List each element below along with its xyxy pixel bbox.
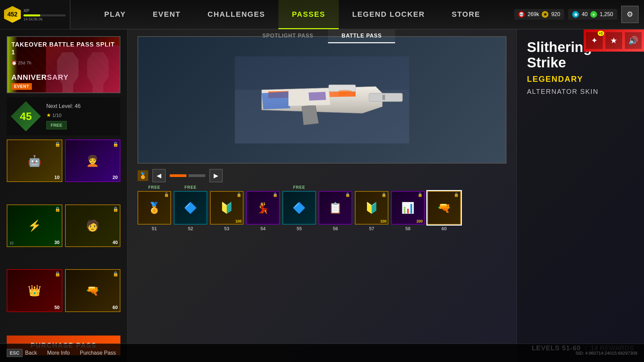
diamond-level-badge: 45 bbox=[11, 101, 41, 131]
reward-level-6: 60 bbox=[112, 305, 118, 310]
reward-card-52[interactable]: 🔷 bbox=[174, 191, 207, 225]
reward-card-58[interactable]: 📊 🔒 200 bbox=[391, 191, 425, 225]
event-badge: EVENT bbox=[11, 83, 32, 89]
reward-item-52: FREE 🔷 52 bbox=[174, 185, 207, 231]
nav-store[interactable]: STORE bbox=[438, 0, 494, 29]
battle-pass-banner[interactable]: TAKEOVER BATTLE PASS SPLIT 1 ⏰ 25d 7h AN… bbox=[7, 36, 120, 93]
reward-icon-3: ⚡ bbox=[7, 205, 62, 246]
carousel-nav: 🏅 ◀ ▶ bbox=[138, 169, 506, 182]
lock-icon-1: 🔒 bbox=[55, 141, 60, 147]
reward-icon-4: 🧑 bbox=[66, 205, 120, 246]
reward-icon-6: 🔫 bbox=[66, 270, 120, 311]
bottom-bar: ESC Back More Info Purchase Pass SID: 4:… bbox=[0, 344, 644, 362]
next-level: Next Level: 46 bbox=[46, 103, 116, 109]
reward-grid: 🤖 🔒 10 🧑‍🦱 🔒 20 ⚡ 🔒 30 10 🧑 🔒 40 bbox=[7, 139, 120, 331]
badge-57: 100 bbox=[380, 219, 386, 223]
reward-icon-1: 🤖 bbox=[7, 140, 62, 181]
legend-icon: ● bbox=[590, 11, 597, 18]
lock-54: 🔒 bbox=[273, 192, 278, 197]
level-58: 58 bbox=[405, 226, 411, 231]
notif-icon-3[interactable]: 🔊 bbox=[625, 32, 642, 49]
reward-cell-1[interactable]: 🤖 🔒 10 bbox=[7, 139, 62, 182]
sub-tabs: SPOTLIGHT PASS BATTLE PASS bbox=[249, 29, 395, 43]
reward-cell-4[interactable]: 🧑 🔒 40 bbox=[65, 204, 121, 247]
notif-badge: +1 bbox=[598, 31, 604, 36]
pass-icon: 🏅 bbox=[138, 170, 148, 181]
nav-legend-locker[interactable]: LEGEND LOCKER bbox=[339, 0, 438, 29]
lock-58: 🔒 bbox=[418, 192, 423, 197]
reward-item-58: FREE 📊 🔒 200 58 bbox=[391, 185, 425, 231]
reward-card-55[interactable]: 🔷 bbox=[282, 191, 316, 225]
banner-characters bbox=[46, 46, 120, 93]
level-57: 57 bbox=[369, 226, 374, 231]
reward-cell-3[interactable]: ⚡ 🔒 30 10 bbox=[7, 204, 62, 247]
center-panel: 🏅 ◀ ▶ FREE 🏅 🔓 51 bbox=[127, 29, 517, 362]
reward-cell-5[interactable]: 👑 🔒 50 bbox=[7, 269, 62, 312]
reward-icon-2: 🧑‍🦱 bbox=[66, 140, 120, 181]
reward-level-4: 40 bbox=[112, 240, 118, 245]
xp-label: XP bbox=[23, 8, 66, 13]
progress-dot-1 bbox=[170, 174, 186, 177]
reward-card-57[interactable]: 🔰 🔒 100 bbox=[355, 191, 388, 225]
purchase-pass-bottom-button[interactable]: Purchase Pass bbox=[80, 350, 116, 356]
svg-rect-3 bbox=[382, 95, 385, 100]
main-content: TAKEOVER BATTLE PASS SPLIT 1 ⏰ 25d 7h AN… bbox=[0, 29, 644, 362]
xp-bar bbox=[23, 14, 40, 16]
reward-item-56: FREE 📋 🔒 56 bbox=[319, 185, 352, 231]
reward-card-56[interactable]: 📋 🔒 bbox=[319, 191, 352, 225]
right-panel: Slithering Strike LEGENDARY ALTERNATOR S… bbox=[517, 29, 644, 362]
level-54: 54 bbox=[260, 226, 266, 231]
reward-cell-2[interactable]: 🧑‍🦱 🔒 20 bbox=[65, 139, 121, 182]
stars-row: ★ 1/10 bbox=[46, 112, 116, 118]
reward-item-60: FREE 🔫 🔒 60 bbox=[427, 185, 461, 231]
reward-card-60[interactable]: 🔫 🔒 bbox=[427, 191, 461, 225]
progress-dot-2 bbox=[189, 174, 205, 177]
top-navigation: 452 XP 14.5k/36.0k PLAY EVENT CHALLENGES… bbox=[0, 0, 644, 29]
more-info-button[interactable]: More Info bbox=[47, 350, 70, 356]
settings-button[interactable]: ⚙ bbox=[621, 6, 639, 23]
reward-num-3: 10 bbox=[9, 241, 13, 245]
reward-row: FREE 🏅 🔓 51 FREE 🔷 52 F bbox=[138, 185, 506, 231]
nav-play[interactable]: PLAY bbox=[91, 0, 140, 29]
reward-level-3: 30 bbox=[54, 240, 60, 245]
nav-event[interactable]: EVENT bbox=[139, 0, 194, 29]
level-badge: 452 bbox=[4, 6, 21, 23]
tab-battle[interactable]: BATTLE PASS bbox=[328, 29, 395, 43]
back-label: Back bbox=[25, 350, 37, 356]
level-55: 55 bbox=[297, 226, 302, 231]
gun-svg bbox=[235, 56, 409, 143]
reward-item-55: FREE 🔷 55 bbox=[282, 185, 316, 231]
reward-item-51: FREE 🏅 🔓 51 bbox=[138, 185, 171, 231]
notif-icon-1[interactable]: ✦ +1 bbox=[586, 32, 603, 49]
reward-card-51[interactable]: 🏅 🔓 bbox=[138, 191, 171, 225]
nav-passes[interactable]: PASSES bbox=[278, 0, 339, 29]
lock-icon-5: 🔒 bbox=[55, 271, 60, 277]
lock-icon-4: 🔒 bbox=[113, 206, 118, 212]
reward-icon-5: 👑 bbox=[7, 270, 62, 311]
lock-icon-6: 🔒 bbox=[113, 271, 118, 277]
lock-icon-2: 🔒 bbox=[113, 141, 118, 147]
lock-51: 🔓 bbox=[164, 192, 169, 197]
nav-challenges[interactable]: CHALLENGES bbox=[194, 0, 279, 29]
level-51: 51 bbox=[152, 226, 157, 231]
reward-level-2: 20 bbox=[112, 175, 118, 180]
free-badge: FREE bbox=[46, 121, 67, 129]
back-button[interactable]: ESC Back bbox=[7, 349, 37, 357]
carousel-prev[interactable]: ◀ bbox=[152, 169, 166, 182]
coin-icon: ★ bbox=[542, 11, 548, 18]
badge-53: 100 bbox=[235, 219, 241, 223]
reward-card-53[interactable]: 🔰 🔒 100 bbox=[210, 191, 244, 225]
reward-carousel: 🏅 ◀ ▶ FREE 🏅 🔓 51 bbox=[138, 169, 506, 231]
svg-rect-2 bbox=[369, 93, 402, 102]
banner-timer: ⏰ 25d 7h bbox=[11, 60, 31, 65]
carousel-next[interactable]: ▶ bbox=[209, 169, 223, 182]
reward-item-53: FREE 🔰 🔒 100 53 bbox=[210, 185, 244, 231]
reward-cell-6[interactable]: 🔫 🔒 60 bbox=[65, 269, 121, 312]
xp-widget: 452 XP 14.5k/36.0k bbox=[0, 0, 70, 29]
lock-57: 🔒 bbox=[381, 192, 386, 197]
item-type: ALTERNATOR SKIN bbox=[527, 88, 634, 96]
item-rarity: LEGENDARY bbox=[527, 74, 634, 84]
tab-spotlight[interactable]: SPOTLIGHT PASS bbox=[249, 29, 327, 43]
notif-icon-2[interactable]: ★ bbox=[605, 32, 622, 49]
reward-card-54[interactable]: 💃 🔒 bbox=[246, 191, 280, 225]
